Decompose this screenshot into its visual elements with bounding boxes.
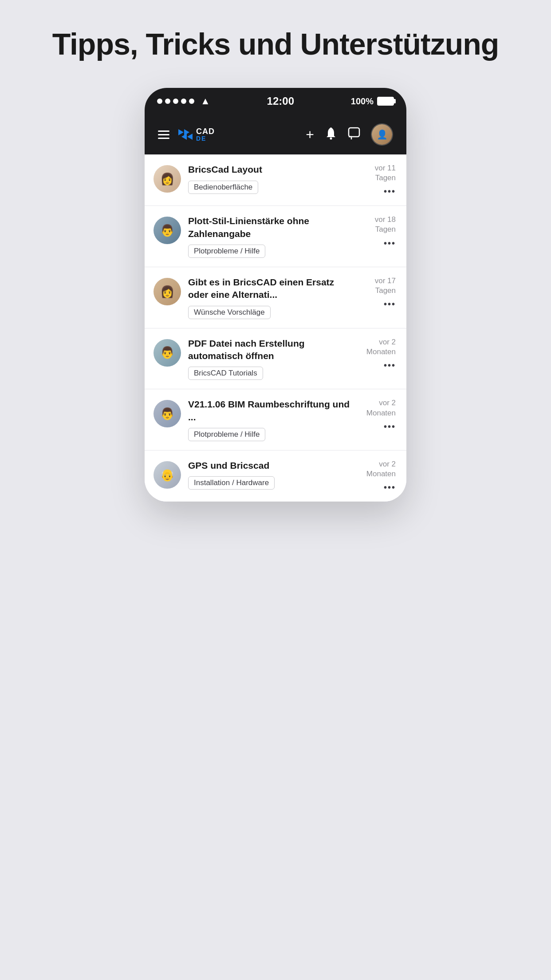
list-item[interactable]: 👨 Plott-Stil-Linienstärke ohne Zahlenang…	[145, 206, 406, 267]
item-time: vor 2 Monaten	[366, 337, 396, 357]
nav-left: CAD DE	[158, 127, 215, 142]
item-meta: vor 11 Tagen •••	[364, 163, 396, 197]
avatar: 👨	[153, 339, 181, 367]
avatar: 👴	[153, 461, 181, 489]
cad-sub: DE	[196, 135, 215, 142]
list-item[interactable]: 👨 PDF Datei nach Erstellung automatisch …	[145, 328, 406, 390]
more-dots-button[interactable]: •••	[384, 186, 396, 197]
page-title: Tipps, Tricks und Unterstützung	[52, 27, 499, 61]
item-content: V21.1.06 BIM Raumbeschriftung und ... Pl…	[188, 398, 357, 441]
item-meta: vor 17 Tagen •••	[364, 276, 396, 309]
item-time: vor 17 Tagen	[375, 276, 396, 296]
avatar-image: 👨	[153, 217, 181, 244]
signal-dot-5	[189, 99, 194, 104]
user-avatar[interactable]: 👤	[371, 123, 393, 146]
item-content: PDF Datei nach Erstellung automatisch öf…	[188, 337, 357, 380]
svg-marker-0	[178, 129, 184, 135]
signal-dot-3	[173, 99, 178, 104]
item-meta: vor 2 Monaten •••	[364, 398, 396, 431]
bell-icon[interactable]	[325, 126, 337, 143]
item-content: Gibt es in BricsCAD einen Ersatz oder ei…	[188, 276, 357, 319]
avatar-image: 👤	[372, 124, 392, 145]
item-content: Plott-Stil-Linienstärke ohne Zahlenangab…	[188, 215, 357, 258]
item-time: vor 18 Tagen	[375, 215, 396, 234]
item-title: PDF Datei nach Erstellung automatisch öf…	[188, 337, 357, 363]
hamburger-menu[interactable]	[158, 130, 169, 139]
item-tag[interactable]: BricsCAD Tutorials	[188, 367, 263, 380]
item-content: BricsCad Layout Bedienoberfläche	[188, 163, 357, 194]
more-dots-button[interactable]: •••	[384, 422, 396, 432]
item-title: BricsCad Layout	[188, 163, 357, 176]
list-item[interactable]: 👨 V21.1.06 BIM Raumbeschriftung und ... …	[145, 389, 406, 450]
status-bar: ▲ 12:00 100%	[145, 88, 406, 115]
nav-bar: CAD DE + 👤	[145, 115, 406, 154]
item-tag[interactable]: Plotprobleme / Hilfe	[188, 428, 265, 441]
cad-text: CAD DE	[196, 127, 215, 142]
hamburger-line-1	[158, 130, 169, 132]
avatar-image: 👨	[153, 400, 181, 427]
more-dots-button[interactable]: •••	[384, 482, 396, 493]
avatar-image: 👩	[153, 165, 181, 193]
avatar-image: 👩	[153, 278, 181, 305]
list-item[interactable]: 👴 GPS und Bricscad Installation / Hardwa…	[145, 450, 406, 502]
wifi-icon: ▲	[201, 95, 210, 107]
item-time: vor 2 Monaten	[366, 398, 396, 418]
signal-area: ▲	[157, 95, 210, 107]
cad-logo: CAD DE	[178, 127, 215, 142]
item-title: Gibt es in BricsCAD einen Ersatz oder ei…	[188, 276, 357, 301]
item-title: GPS und Bricscad	[188, 459, 357, 472]
item-title: V21.1.06 BIM Raumbeschriftung und ...	[188, 398, 357, 423]
item-meta: vor 2 Monaten •••	[364, 459, 396, 493]
item-tag[interactable]: Installation / Hardware	[188, 476, 275, 490]
cad-arrows-icon	[178, 128, 193, 141]
hamburger-line-2	[158, 134, 169, 135]
battery-area: 100%	[351, 96, 394, 107]
avatar: 👩	[153, 165, 181, 193]
item-tag[interactable]: Bedienoberfläche	[188, 181, 258, 194]
chat-icon[interactable]	[348, 127, 360, 142]
avatar: 👨	[153, 400, 181, 427]
avatar-image: 👴	[153, 461, 181, 489]
hamburger-line-3	[158, 138, 169, 139]
phone-frame: ▲ 12:00 100%	[145, 88, 406, 502]
item-meta: vor 2 Monaten •••	[364, 337, 396, 371]
status-time: 12:00	[267, 95, 294, 107]
more-dots-button[interactable]: •••	[384, 238, 396, 249]
list-item[interactable]: 👩 Gibt es in BricsCAD einen Ersatz oder …	[145, 267, 406, 328]
signal-dot-4	[181, 99, 186, 104]
more-dots-button[interactable]: •••	[384, 360, 396, 371]
item-content: GPS und Bricscad Installation / Hardware	[188, 459, 357, 490]
signal-dot-1	[157, 99, 162, 104]
list-item[interactable]: 👩 BricsCad Layout Bedienoberfläche vor 1…	[145, 154, 406, 206]
signal-dot-2	[165, 99, 170, 104]
avatar: 👩	[153, 278, 181, 305]
nav-right: + 👤	[306, 123, 393, 146]
avatar: 👨	[153, 217, 181, 244]
more-dots-button[interactable]: •••	[384, 299, 396, 309]
add-button[interactable]: +	[306, 126, 314, 143]
battery-percentage: 100%	[351, 96, 374, 107]
svg-point-4	[330, 137, 332, 139]
item-time: vor 2 Monaten	[366, 459, 396, 479]
battery-icon	[377, 97, 394, 106]
svg-marker-2	[187, 134, 193, 140]
item-time: vor 11 Tagen	[375, 163, 396, 183]
item-tag[interactable]: Plotprobleme / Hilfe	[188, 245, 265, 258]
item-title: Plott-Stil-Linienstärke ohne Zahlenangab…	[188, 215, 357, 240]
svg-rect-5	[349, 128, 359, 137]
item-tag[interactable]: Wünsche Vorschläge	[188, 306, 271, 319]
content-list: 👩 BricsCad Layout Bedienoberfläche vor 1…	[145, 154, 406, 502]
avatar-image: 👨	[153, 339, 181, 367]
cad-word: CAD	[196, 127, 215, 135]
item-meta: vor 18 Tagen •••	[364, 215, 396, 248]
